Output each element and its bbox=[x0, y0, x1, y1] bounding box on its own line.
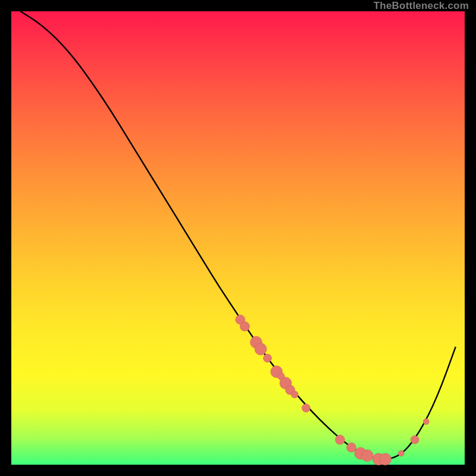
sample-point bbox=[291, 391, 298, 398]
sample-point bbox=[361, 450, 373, 462]
sample-point bbox=[335, 435, 345, 444]
sample-point bbox=[264, 354, 272, 362]
sample-point bbox=[255, 343, 267, 355]
chart-svg bbox=[11, 11, 465, 465]
watermark-text: TheBottleneck.com bbox=[374, 0, 469, 12]
sample-point bbox=[302, 404, 310, 412]
sample-point bbox=[380, 453, 392, 465]
chart-stage: TheBottleneck.com bbox=[0, 0, 476, 476]
sample-point bbox=[347, 443, 356, 452]
sample-point bbox=[398, 450, 404, 456]
bottleneck-curve bbox=[20, 11, 456, 459]
sample-point bbox=[411, 436, 419, 444]
sample-point bbox=[423, 419, 429, 425]
sample-points-group bbox=[236, 315, 429, 465]
sample-point bbox=[240, 322, 249, 331]
